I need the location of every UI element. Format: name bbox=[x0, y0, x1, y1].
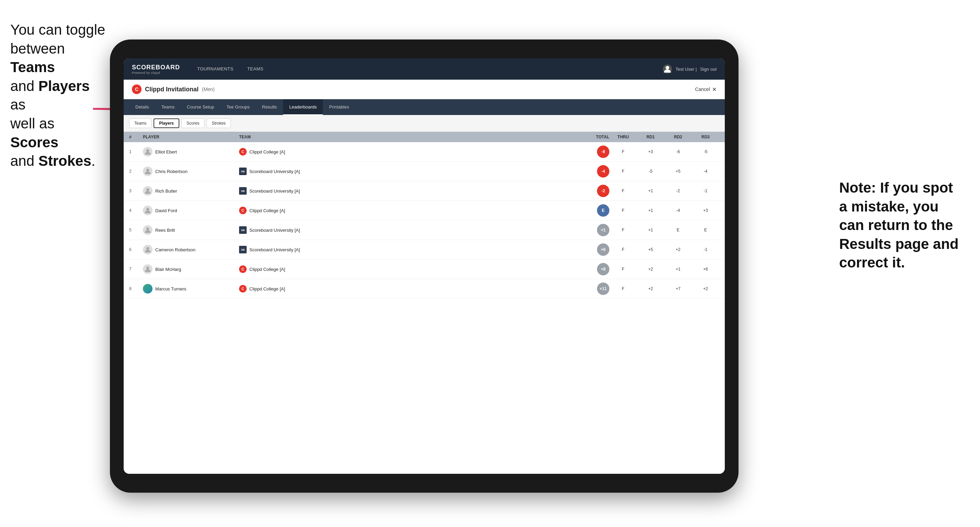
player-name: Blair McHarg bbox=[155, 267, 181, 272]
table-row[interactable]: 6 Cameron Robertson SB Scoreboard Univer… bbox=[124, 240, 725, 260]
rd2-val: +5 bbox=[664, 169, 692, 174]
tab-tee-groups[interactable]: Tee Groups bbox=[221, 99, 256, 115]
total-col: -8 bbox=[568, 146, 609, 158]
tournament-title-area: C Clippd Invitational (Men) bbox=[132, 84, 215, 94]
total-col: +8 bbox=[568, 263, 609, 275]
team-logo-c: C bbox=[239, 148, 247, 156]
tab-course-setup[interactable]: Course Setup bbox=[181, 99, 221, 115]
score-badge: +6 bbox=[597, 243, 609, 256]
table-row[interactable]: 3 Rich Butler SB Scoreboard University [… bbox=[124, 181, 725, 201]
top-nav: SCOREBOARD Powered by clippd TOURNAMENTS… bbox=[124, 58, 725, 79]
rd2-val: +7 bbox=[664, 286, 692, 291]
logo-area: SCOREBOARD Powered by clippd bbox=[132, 64, 180, 75]
nav-teams[interactable]: TEAMS bbox=[240, 58, 270, 79]
tourney-name: Clippd Invitational bbox=[145, 86, 199, 93]
tab-teams[interactable]: Teams bbox=[155, 99, 181, 115]
rd1-val: +2 bbox=[637, 286, 664, 291]
table-row[interactable]: 1 Elliot Ebert C Clippd College [A] -8 F… bbox=[124, 142, 725, 162]
tab-leaderboards[interactable]: Leaderboards bbox=[283, 99, 323, 115]
tab-details[interactable]: Details bbox=[129, 99, 155, 115]
rd3-val: +3 bbox=[692, 208, 719, 213]
thru-val: F bbox=[609, 208, 637, 213]
col-header-player: PLAYER bbox=[143, 135, 239, 140]
svg-point-4 bbox=[146, 189, 149, 191]
logo-sub: Powered by clippd bbox=[132, 71, 180, 75]
tab-results[interactable]: Results bbox=[256, 99, 283, 115]
team-cell: SB Scoreboard University [A] bbox=[239, 246, 568, 253]
score-badge: +11 bbox=[597, 283, 609, 295]
table-row[interactable]: 5 Rees Britt SB Scoreboard University [A… bbox=[124, 221, 725, 240]
team-logo-c: C bbox=[239, 285, 247, 292]
player-name: Elliot Ebert bbox=[155, 149, 177, 154]
rd1-val: +1 bbox=[637, 208, 664, 213]
col-header-team: TEAM bbox=[239, 135, 568, 140]
player-cell: Rich Butler bbox=[143, 186, 239, 196]
col-header-total: TOTAL bbox=[568, 135, 609, 140]
nav-user-text: Test User | bbox=[675, 67, 697, 72]
avatar bbox=[143, 264, 153, 274]
score-badge: +1 bbox=[597, 224, 609, 236]
row-number: 1 bbox=[129, 149, 143, 154]
rd2-val: E bbox=[664, 228, 692, 232]
thru-val: F bbox=[609, 247, 637, 252]
team-logo-c: C bbox=[239, 207, 247, 214]
rd3-val: -4 bbox=[692, 169, 719, 174]
player-cell: Blair McHarg bbox=[143, 264, 239, 274]
toggle-teams[interactable]: Teams bbox=[129, 119, 151, 128]
col-header-rd1: RD1 bbox=[637, 135, 664, 140]
avatar bbox=[143, 245, 153, 254]
avatar bbox=[143, 284, 153, 294]
team-logo-sb: SB bbox=[239, 246, 247, 253]
row-number: 8 bbox=[129, 286, 143, 291]
table-body: 1 Elliot Ebert C Clippd College [A] -8 F… bbox=[124, 142, 725, 474]
score-badge: -8 bbox=[597, 146, 609, 158]
avatar bbox=[143, 186, 153, 196]
tab-printables[interactable]: Printables bbox=[323, 99, 355, 115]
right-annotation: Note: If you spot a mistake, you can ret… bbox=[839, 179, 970, 272]
row-number: 7 bbox=[129, 267, 143, 271]
avatar bbox=[143, 147, 153, 157]
svg-point-3 bbox=[146, 169, 149, 171]
table-row[interactable]: 8 Marcus Turners C Clippd College [A] +1… bbox=[124, 279, 725, 299]
team-name: Clippd College [A] bbox=[250, 208, 285, 213]
rd2-val: -2 bbox=[664, 189, 692, 193]
svg-point-6 bbox=[146, 228, 149, 230]
rd2-val: -4 bbox=[664, 208, 692, 213]
thru-val: F bbox=[609, 286, 637, 291]
player-cell: Chris Robertson bbox=[143, 167, 239, 176]
team-cell: C Clippd College [A] bbox=[239, 285, 568, 292]
team-cell: SB Scoreboard University [A] bbox=[239, 226, 568, 234]
table-header: # PLAYER TEAM TOTAL THRU RD1 RD2 RD3 bbox=[124, 132, 725, 142]
player-name: Cameron Robertson bbox=[155, 247, 196, 252]
team-name: Clippd College [A] bbox=[250, 286, 285, 292]
thru-val: F bbox=[609, 228, 637, 232]
svg-point-8 bbox=[146, 267, 149, 270]
rd3-val: E bbox=[692, 228, 719, 232]
row-number: 6 bbox=[129, 247, 143, 252]
team-cell: C Clippd College [A] bbox=[239, 148, 568, 156]
nav-signout[interactable]: Sign out bbox=[700, 67, 716, 72]
cancel-button[interactable]: Cancel ✕ bbox=[695, 86, 716, 93]
team-cell: SB Scoreboard University [A] bbox=[239, 168, 568, 175]
rd1-val: +3 bbox=[637, 149, 664, 154]
sub-tabs: Details Teams Course Setup Tee Groups Re… bbox=[124, 99, 725, 115]
player-cell: Rees Britt bbox=[143, 225, 239, 235]
team-name: Clippd College [A] bbox=[250, 267, 285, 272]
total-col: +6 bbox=[568, 243, 609, 256]
table-row[interactable]: 4 David Ford C Clippd College [A] E F +1… bbox=[124, 201, 725, 221]
toggle-scores[interactable]: Scores bbox=[181, 119, 204, 128]
toggle-strokes[interactable]: Strokes bbox=[207, 119, 231, 128]
player-name: Rich Butler bbox=[155, 189, 177, 194]
toggle-players[interactable]: Players bbox=[154, 119, 179, 128]
player-cell: Cameron Robertson bbox=[143, 245, 239, 254]
nav-tournaments[interactable]: TOURNAMENTS bbox=[190, 58, 240, 79]
rd1-val: +2 bbox=[637, 267, 664, 271]
player-cell: David Ford bbox=[143, 206, 239, 215]
rd2-val: +1 bbox=[664, 267, 692, 271]
rd3-val: -1 bbox=[692, 247, 719, 252]
rd1-val: +1 bbox=[637, 189, 664, 193]
table-row[interactable]: 7 Blair McHarg C Clippd College [A] +8 F… bbox=[124, 260, 725, 279]
table-row[interactable]: 2 Chris Robertson SB Scoreboard Universi… bbox=[124, 162, 725, 181]
player-cell: Elliot Ebert bbox=[143, 147, 239, 157]
rd3-val: +6 bbox=[692, 267, 719, 271]
